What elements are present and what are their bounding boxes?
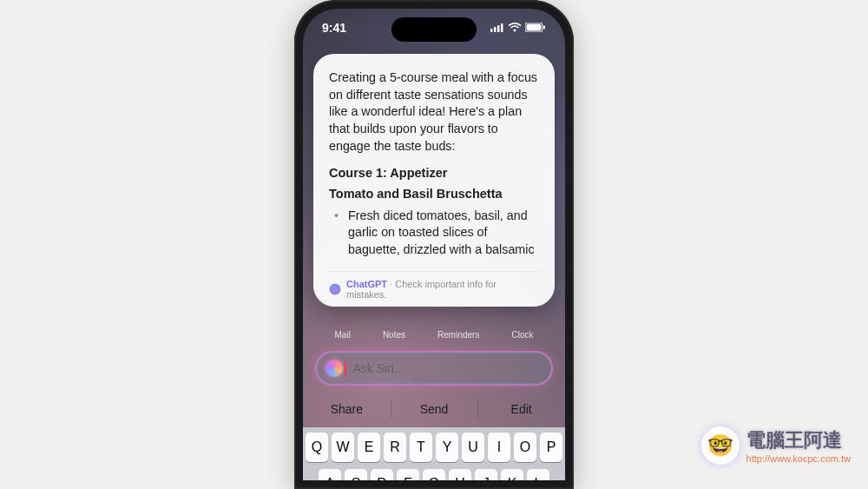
key-p[interactable]: P: [540, 433, 562, 462]
response-heading-course: Course 1: Appetizer: [329, 166, 539, 180]
response-intro: Creating a 5-course meal with a focus on…: [329, 69, 539, 155]
keyboard[interactable]: QWERTYUIOP ASDFGHJKL: [303, 427, 565, 480]
key-a[interactable]: A: [319, 469, 341, 480]
key-k[interactable]: K: [501, 469, 523, 480]
key-d[interactable]: D: [371, 469, 393, 480]
app-label-mail[interactable]: Mail: [335, 330, 351, 340]
key-q[interactable]: Q: [306, 433, 328, 462]
svg-rect-6: [527, 24, 542, 31]
provider-label: ChatGPT: [346, 279, 387, 289]
watermark: 🤓 電腦王阿達 http://www.kocpc.com.tw: [701, 426, 851, 465]
key-g[interactable]: G: [423, 469, 445, 480]
response-footer: ChatGPT · Check important info for mista…: [329, 271, 539, 300]
phone-screen: 9:41 Creating a 5-course meal with a foc…: [303, 9, 565, 480]
app-label-clock[interactable]: Clock: [511, 330, 533, 340]
siri-input[interactable]: Ask Siri...: [315, 351, 553, 386]
key-y[interactable]: Y: [436, 433, 458, 462]
key-f[interactable]: F: [397, 469, 419, 480]
svg-point-4: [514, 30, 516, 32]
wifi-icon: [508, 21, 522, 35]
svg-rect-7: [543, 26, 545, 30]
chatgpt-icon: [329, 283, 341, 295]
key-u[interactable]: U: [462, 433, 484, 462]
key-h[interactable]: H: [449, 469, 471, 480]
app-label-notes[interactable]: Notes: [383, 330, 405, 340]
watermark-url: http://www.kocpc.com.tw: [746, 453, 851, 464]
text-caret: [345, 361, 346, 376]
siri-placeholder: Ask Siri...: [353, 361, 404, 375]
watermark-logo: 🤓: [701, 426, 740, 465]
key-j[interactable]: J: [475, 469, 497, 480]
key-o[interactable]: O: [514, 433, 536, 462]
response-heading-dish: Tomato and Basil Bruschetta: [329, 187, 539, 201]
home-app-labels: Mail Notes Reminders Clock: [303, 330, 565, 340]
suggestion-share[interactable]: Share: [303, 393, 391, 425]
siri-orb-icon: [326, 360, 343, 377]
key-r[interactable]: R: [384, 433, 406, 462]
svg-rect-3: [501, 23, 503, 32]
svg-rect-1: [494, 27, 496, 32]
key-w[interactable]: W: [332, 433, 354, 462]
key-e[interactable]: E: [358, 433, 380, 462]
key-i[interactable]: I: [488, 433, 510, 462]
response-card[interactable]: Creating a 5-course meal with a focus on…: [313, 54, 555, 307]
phone-frame: 9:41 Creating a 5-course meal with a foc…: [294, 0, 574, 489]
quicktype-suggestions: Share Send Edit: [303, 393, 565, 425]
keyboard-row-2: ASDFGHJKL: [306, 469, 562, 480]
response-bullet: Fresh diced tomatoes, basil, and garlic …: [339, 208, 539, 259]
suggestion-edit[interactable]: Edit: [477, 393, 565, 425]
suggestion-send[interactable]: Send: [391, 393, 478, 425]
cellular-icon: [490, 21, 504, 35]
watermark-title: 電腦王阿達: [746, 427, 851, 453]
svg-rect-2: [497, 25, 500, 32]
keyboard-row-1: QWERTYUIOP: [306, 433, 562, 462]
key-l[interactable]: L: [527, 469, 549, 480]
dynamic-island[interactable]: [391, 17, 477, 42]
key-t[interactable]: T: [410, 433, 432, 462]
svg-rect-0: [490, 29, 493, 32]
battery-icon: [525, 21, 546, 35]
key-s[interactable]: S: [345, 469, 367, 480]
app-label-reminders[interactable]: Reminders: [437, 330, 479, 340]
status-time: 9:41: [322, 21, 346, 35]
